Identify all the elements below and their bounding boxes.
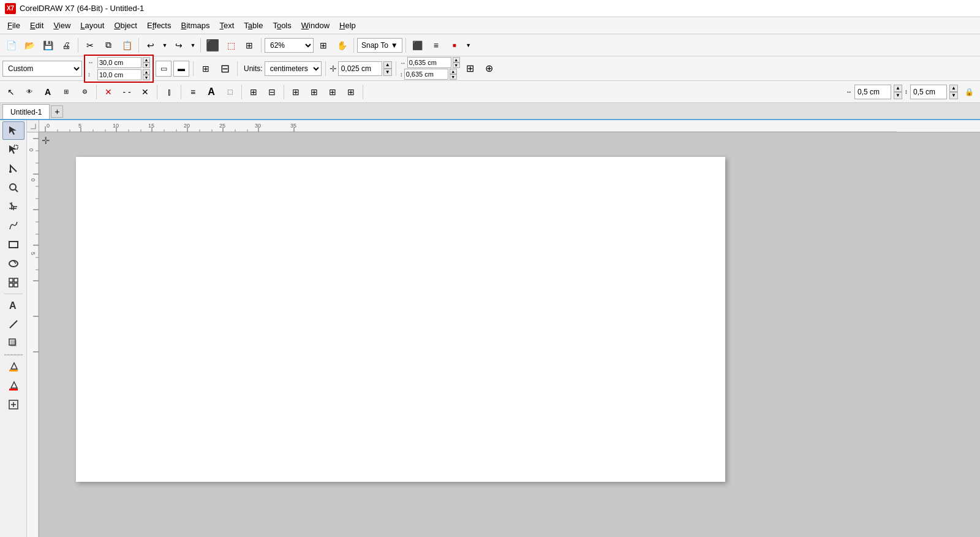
cut-button[interactable]: ✂ [81,37,99,54]
pick-tool-btn[interactable]: ↖ [2,83,20,101]
ellipse-tool[interactable] [2,254,24,273]
columns-btn[interactable]: ⫿ [160,83,178,101]
repro-y-up[interactable]: ▲ [450,69,457,74]
menu-effects[interactable]: Effects [142,18,176,32]
repro-y-input[interactable] [404,69,448,80]
undo-dropdown[interactable]: ▼ [160,37,169,54]
freehand-pick-tool[interactable] [2,140,24,159]
repro-x-input[interactable] [407,57,451,68]
spacing-x-input[interactable] [854,85,891,99]
add-circle-button[interactable]: ⊕ [481,60,498,77]
fill-tool[interactable] [2,357,24,376]
save-button[interactable]: 💾 [39,37,56,54]
sp-y-down[interactable]: ▼ [949,92,958,99]
height-up-button[interactable]: ▲ [143,69,150,75]
text-tool-btn[interactable]: A [39,83,56,101]
repro-x-up[interactable]: ▲ [453,57,460,63]
document-tab[interactable]: Untitled-1 [2,104,50,119]
obj-props-btn[interactable]: ⊞ [324,83,341,101]
zoom-fit-button[interactable]: ⊞ [315,37,332,54]
spacing-y-input[interactable] [910,85,947,99]
outline-x-btn[interactable]: ✕ [100,83,117,101]
shape-tool[interactable] [2,159,24,178]
menu-view[interactable]: View [48,18,75,32]
nudge-input[interactable] [338,61,382,76]
text-large-btn[interactable]: A [203,83,220,101]
outline-cross-btn[interactable]: ✕ [137,83,154,101]
redo-dropdown[interactable]: ▼ [189,37,197,54]
portrait-button[interactable]: ▭ [156,61,172,77]
menu-table[interactable]: Table [239,18,268,32]
menu-tools[interactable]: Tools [268,18,296,32]
publish-button[interactable]: ⊞ [241,37,258,54]
export-button[interactable]: ⬚ [222,37,239,54]
repro-y-down[interactable]: ▼ [450,74,457,80]
interactive-fill-tool[interactable] [2,376,24,395]
zoom-select[interactable]: 62% 100% 50% 25% 200% [265,38,314,53]
color-button[interactable]: ■ [446,37,463,54]
menu-file[interactable]: File [2,18,25,32]
outline-dashed-btn[interactable]: - - [118,83,135,101]
height-input[interactable] [97,69,141,80]
menu-layout[interactable]: Layout [75,18,109,32]
bottom-tool[interactable] [2,395,24,414]
text-flow1-btn[interactable]: ⊞ [245,83,262,101]
menu-window[interactable]: Window [296,18,334,32]
pick-tool[interactable] [2,121,24,140]
landscape-button[interactable]: ▬ [173,61,189,77]
repro-x-down[interactable]: ▼ [453,63,460,68]
text-tool[interactable]: A [2,296,24,314]
wrap-btn[interactable]: ⊞ [287,83,304,101]
show-nonprint-btn[interactable]: 👁 [21,83,38,101]
page-size-select[interactable]: Custom A4 Letter A3 [2,61,82,77]
color-dropdown[interactable]: ▼ [464,37,473,54]
menu-text[interactable]: Text [214,18,239,32]
add-tab-button[interactable]: + [51,105,63,118]
snap-to-button[interactable]: Snap To ▼ [357,38,402,53]
width-input[interactable] [97,57,141,68]
nudge-down-button[interactable]: ▼ [383,69,392,76]
menu-edit[interactable]: Edit [25,18,48,32]
rectangle-tool[interactable] [2,235,24,254]
options-obj-btn[interactable]: ⚙ [76,83,93,101]
print-button[interactable]: 🖨 [58,37,75,54]
menu-object[interactable]: Object [109,18,142,32]
import-button[interactable]: ⬛ [204,37,221,54]
undo-button[interactable]: ↩ [142,37,159,54]
copy-button[interactable]: ⧉ [100,37,117,54]
text-flow2-btn[interactable]: ⊟ [263,83,281,101]
text-frame-btn[interactable]: ⬚ [221,83,238,101]
env-btn[interactable]: ⊞ [306,83,323,101]
pan-button[interactable]: ✋ [333,37,350,54]
options-button[interactable]: ⬛ [409,37,426,54]
drop-shadow-tool[interactable] [2,334,24,352]
paste-button[interactable]: 📋 [118,37,135,54]
crop-tool[interactable] [2,197,24,216]
menu-bitmaps[interactable]: Bitmaps [176,18,215,32]
new-button[interactable]: 📄 [2,37,20,54]
sp-x-down[interactable]: ▼ [894,92,902,99]
width-up-button[interactable]: ▲ [143,57,150,63]
page-options-2[interactable]: ⊟ [216,60,233,77]
open-button[interactable]: 📂 [21,37,38,54]
connector-tool[interactable] [2,315,24,333]
transform-button[interactable]: ⊞ [462,60,479,77]
redo-button[interactable]: ↪ [170,37,187,54]
canvas-area[interactable]: 0 5 10 15 20 25 30 35 [27,120,980,537]
interactive-text-btn[interactable]: ⊞ [58,83,75,101]
view-options-button[interactable]: ≡ [428,37,445,54]
nudge-up-button[interactable]: ▲ [383,61,392,69]
height-down-button[interactable]: ▼ [143,75,150,80]
zoom-pan-tool[interactable] [2,178,24,197]
units-select[interactable]: centimeters inches millimeters pixels [265,61,322,76]
ruler-corner[interactable] [27,120,39,132]
menu-help[interactable]: Help [334,18,361,32]
polygon-tool[interactable] [2,273,24,292]
obj-props2-btn[interactable]: ⊞ [342,83,360,101]
sp-x-up[interactable]: ▲ [894,85,902,92]
sp-y-up[interactable]: ▲ [949,85,958,92]
align-left-btn[interactable]: ≡ [184,83,202,101]
lock-btn[interactable]: 🔒 [960,83,978,101]
page-options-1[interactable]: ⊞ [197,60,214,77]
width-down-button[interactable]: ▼ [143,63,150,68]
